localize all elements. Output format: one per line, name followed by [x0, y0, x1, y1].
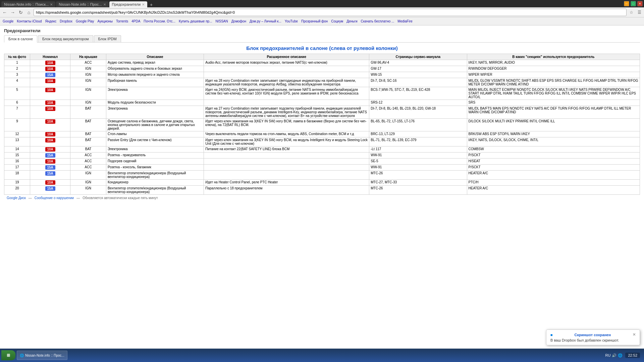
cell-num: 12	[4, 131, 30, 137]
cell-ext-desc: Параллельно с 18 предохранителем	[204, 186, 369, 195]
cell-desc: Вентилятор отопителя/кондиционера (Возду…	[106, 171, 204, 180]
new-tab-btn[interactable]: +	[148, 2, 155, 7]
bookmark-youtube[interactable]: YouTube	[283, 19, 299, 23]
bookmark-icon[interactable]: ☆	[628, 9, 635, 16]
fuses-table: № на фото Номинал На крышке Описание Рас…	[4, 54, 640, 195]
cell-nakryshke: BAT	[70, 131, 106, 137]
cell-num: 19	[4, 180, 30, 186]
network-icon[interactable]: 🌐	[618, 353, 623, 358]
table-row: 3 15A IGN Мотор омывателя переднего и за…	[4, 72, 640, 78]
bookmark-gplay[interactable]: Google Play	[74, 19, 95, 23]
bookmark-transparent[interactable]: Прозрачный фон	[300, 19, 329, 23]
cell-sections: MIL/DL BA/FTS MAIN EPS NONDTC I/KEY NATS…	[467, 106, 640, 119]
notification-title: Скриншот сохранен	[575, 333, 611, 337]
cell-ext-desc	[204, 66, 369, 72]
bookmark-google[interactable]: Google	[1, 19, 15, 23]
forward-btn[interactable]: →	[9, 9, 16, 16]
bookmark-yandex[interactable]: Яндекс	[44, 19, 58, 23]
taskbar-app-1[interactable]: 🌐 Nissan-Note.info :: Прос...	[17, 351, 67, 360]
cell-nominal: 10A	[30, 146, 70, 153]
home-btn[interactable]: ⌂	[25, 9, 32, 16]
cell-sections: HEATER A/C	[467, 186, 640, 195]
cell-sections: BRK/SW ABS ESP STOP/L WARN I/KEY	[467, 131, 640, 137]
cell-ext-desc: Audio-Acc, питание моторов поворотных зе…	[204, 60, 369, 66]
sheet-tabs: Блок в салоне Блок перед аккумулятором Б…	[4, 35, 640, 43]
cell-nakryshke: BAT	[70, 146, 106, 153]
browser-tab-3[interactable]: Предохранители ✕	[109, 1, 148, 7]
notification-close-btn[interactable]: ✕	[633, 333, 636, 337]
cell-nominal: 10A	[30, 137, 70, 146]
th-ext-desc: Расширенное описание	[204, 54, 369, 60]
clock: 22:52	[625, 353, 640, 358]
cell-sections: SRS	[467, 100, 640, 106]
taskbar-app-icon: 🌐	[20, 354, 24, 357]
cell-nominal: 10A	[30, 131, 70, 137]
bookmark-4pda[interactable]: 4PDA	[130, 19, 142, 23]
cell-desc: Приборная панель	[106, 78, 204, 87]
taskbar-right: RU 🔊 🌐 22:52	[605, 353, 643, 358]
tab-close-icon[interactable]: ✕	[142, 3, 145, 6]
cell-ext-desc	[204, 165, 369, 171]
bookmark-buy[interactable]: Купить дешевые пр...	[177, 19, 214, 23]
cell-nakryshke: IGN	[70, 72, 106, 78]
bookmark-money[interactable]: Деньги	[345, 19, 359, 23]
cell-num: 13	[4, 137, 30, 146]
start-button[interactable]: ⊞	[1, 350, 15, 360]
cell-desc: Электроника	[106, 87, 204, 100]
bookmark-download[interactable]: Скачать бесплатно ...	[360, 19, 396, 23]
cell-service: DI-7, DI-8, BL-140, BL-219, BL-220, GW-1…	[369, 106, 467, 119]
cell-ext-desc: Идет на 28 ногу Combination meter запиты…	[204, 78, 369, 87]
tab-salon[interactable]: Блок в салоне	[4, 35, 37, 43]
browser-tab-1[interactable]: Nissan-Note.info :: Поиск... ✕	[1, 1, 55, 7]
maximize-btn[interactable]: □	[631, 1, 636, 6]
settings-icon[interactable]: ☰	[636, 9, 643, 16]
cell-nakryshke: ACC	[70, 153, 106, 159]
cell-num: 3	[4, 72, 30, 78]
cell-ext-desc: Идет через ключ зажигания на 3(KEY IN SW…	[204, 137, 369, 146]
bookmark-mediafire[interactable]: MediaFire	[396, 19, 414, 23]
cell-desc: Модуль подушек безопасности	[106, 100, 204, 106]
browser-tab-2[interactable]: Nissan-Note.info :: Прос... ✕	[56, 1, 108, 7]
bookmark-contacts[interactable]: Контакты iCloud	[15, 19, 43, 23]
cell-nakryshke: IGN	[70, 100, 106, 106]
cell-ext-desc	[204, 100, 369, 106]
close-btn[interactable]: ✕	[637, 1, 643, 6]
volume-icon[interactable]: 🔊	[612, 353, 616, 358]
reload-btn[interactable]: ↻	[17, 9, 24, 16]
nav-bar: ← → ↻ ⌂ ☆ ☰	[0, 7, 644, 17]
bookmark-socium[interactable]: Социум	[330, 19, 344, 23]
cell-desc: Кондиционер	[106, 180, 204, 186]
cell-desc: Вентилятор отопителя/кондиционера (Возду…	[106, 186, 204, 195]
cell-service: SRS-12	[369, 100, 467, 106]
bookmark-domru[interactable]: Дом.ру – Личный к...	[248, 19, 283, 23]
bookmark-nissan[interactable]: NISSAN	[214, 19, 229, 23]
tab-ipdm[interactable]: Блок IPDM	[94, 35, 121, 42]
cell-desc: Розетка - прикуриватель	[106, 153, 204, 159]
cell-service: WW-91	[369, 153, 467, 159]
narushenie-link[interactable]: Сообщение о нарушении	[35, 196, 74, 200]
address-bar[interactable]	[34, 9, 627, 16]
cell-ext-desc: Идет на Heater Control Panel, реле PTC H…	[204, 180, 369, 186]
cell-service: MTC-26	[369, 186, 467, 195]
bookmark-torrents[interactable]: Torrents	[115, 19, 129, 23]
browser-chrome: Nissan-Note.info :: Поиск... ✕ Nissan-No…	[0, 0, 644, 25]
tab-label: Предохранители	[112, 2, 141, 6]
cell-nominal: 15A	[30, 72, 70, 78]
bookmark-auctions[interactable]: Аукционы	[96, 19, 114, 23]
cell-service: WW-91	[369, 165, 467, 171]
th-nakryshke: На крышке	[70, 54, 106, 60]
tab-close-icon[interactable]: ✕	[103, 3, 106, 6]
minimize-btn[interactable]: ─	[624, 1, 629, 6]
cell-service: MTC-27, MTC-33	[369, 180, 467, 186]
bookmark-pochta[interactable]: Почта России. Отс...	[142, 19, 177, 23]
google-disk-link[interactable]: Google Диск	[7, 196, 26, 200]
bookmark-domofon[interactable]: Домофон	[230, 19, 248, 23]
back-btn[interactable]: ←	[1, 9, 8, 16]
cell-service: BL-71, BL-72, BL-139, EC-379	[369, 137, 467, 146]
cell-service: -Lt 117	[369, 146, 467, 153]
tab-close-icon[interactable]: ✕	[50, 3, 53, 6]
cell-sections: MIL/DL GLOW VSSMTR NONDTC SHIFT ABS ESP …	[467, 78, 640, 87]
cell-service: BRC-13, LT-129	[369, 131, 467, 137]
bookmark-dropbox[interactable]: Dropbox	[58, 19, 74, 23]
tab-akkum[interactable]: Блок перед аккумулятором	[38, 35, 93, 42]
